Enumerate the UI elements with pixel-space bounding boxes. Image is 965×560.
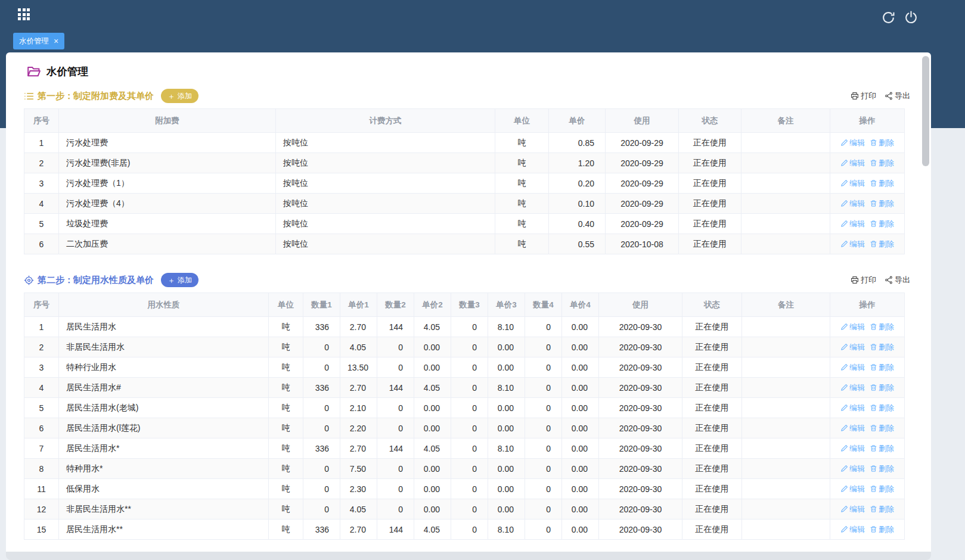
- cell: 正在使用: [682, 418, 742, 438]
- delete-link[interactable]: 删除: [870, 363, 894, 372]
- row-actions: 编辑删除: [830, 398, 905, 418]
- edit-link[interactable]: 编辑: [840, 383, 865, 392]
- apps-grid-icon[interactable]: [18, 8, 32, 22]
- cell: [742, 317, 830, 337]
- vertical-scrollbar-thumb[interactable]: [922, 56, 929, 166]
- table-row[interactable]: 2污水处理费(非居)按吨位吨1.202020-09-29正在使用编辑删除: [24, 153, 905, 173]
- print-button[interactable]: 打印: [851, 91, 876, 101]
- cell: 0: [525, 459, 562, 479]
- table-row[interactable]: 7居民生活用水*吨3362.701444.0508.1000.002020-09…: [24, 438, 905, 459]
- export-label: 导出: [895, 275, 910, 285]
- table-row[interactable]: 3特种行业用水吨013.5000.0000.0000.002020-09-30正…: [24, 357, 905, 378]
- edit-link[interactable]: 编辑: [840, 464, 865, 473]
- edit-link[interactable]: 编辑: [840, 505, 865, 514]
- table-row[interactable]: 5垃圾处理费按吨位吨0.402020-09-29正在使用编辑删除: [24, 214, 905, 234]
- table-row[interactable]: 1居民生活用水吨3362.701444.0508.1000.002020-09-…: [24, 317, 905, 337]
- cell: 0.00: [562, 357, 599, 378]
- table-row[interactable]: 11低保用水吨02.3000.0000.0000.002020-09-30正在使…: [24, 479, 905, 499]
- edit-link[interactable]: 编辑: [840, 363, 865, 372]
- cell: 4.05: [414, 378, 451, 398]
- edit-link[interactable]: 编辑: [840, 424, 865, 433]
- cell: 8.10: [488, 540, 525, 540]
- cell: 4.05: [340, 499, 377, 519]
- cell: 吨: [269, 479, 303, 499]
- cell: [741, 173, 830, 194]
- edit-link[interactable]: 编辑: [840, 484, 865, 493]
- delete-link[interactable]: 删除: [870, 525, 894, 534]
- add-surcharge-button[interactable]: ＋ 添加: [161, 89, 198, 103]
- edit-link[interactable]: 编辑: [840, 158, 865, 167]
- cell: 0: [525, 378, 562, 398]
- table-row[interactable]: 6二次加压费按吨位吨0.552020-10-08正在使用编辑删除: [24, 234, 905, 254]
- delete-link[interactable]: 删除: [870, 383, 894, 392]
- cell: 非居民生活用水**: [59, 499, 269, 519]
- delete-link[interactable]: 删除: [870, 179, 894, 188]
- section1-title: 制定附加费及其单价: [73, 91, 154, 102]
- power-icon[interactable]: [904, 10, 919, 25]
- export-label: 导出: [895, 91, 910, 101]
- table-row[interactable]: 8特种用水*吨07.5000.0000.0000.002020-09-30正在使…: [24, 459, 905, 479]
- close-icon[interactable]: ×: [54, 37, 58, 45]
- cell: 0: [377, 479, 414, 499]
- horizontal-scrollbar-track[interactable]: [6, 552, 931, 560]
- table-row[interactable]: 4居民生活用水#吨3362.701444.0508.1000.002020-09…: [24, 378, 905, 398]
- delete-link[interactable]: 删除: [870, 444, 894, 453]
- delete-link[interactable]: 删除: [870, 343, 894, 351]
- cell: 生活用水趸售用水: [59, 540, 269, 540]
- delete-link[interactable]: 删除: [870, 219, 894, 228]
- edit-link[interactable]: 编辑: [840, 239, 865, 248]
- delete-link[interactable]: 删除: [870, 505, 894, 514]
- delete-link[interactable]: 删除: [870, 138, 894, 147]
- edit-link[interactable]: 编辑: [840, 343, 865, 351]
- cell: 正在使用: [679, 214, 741, 234]
- cell: 5: [24, 398, 59, 418]
- cell: 正在使用: [682, 357, 742, 378]
- refresh-icon[interactable]: [881, 10, 896, 25]
- edit-link[interactable]: 编辑: [840, 322, 865, 331]
- delete-link[interactable]: 删除: [870, 158, 894, 167]
- export-button[interactable]: 导出: [885, 275, 910, 285]
- table-row[interactable]: 3污水处理费（1）按吨位吨0.202020-09-29正在使用编辑删除: [24, 173, 905, 194]
- edit-link[interactable]: 编辑: [840, 403, 865, 412]
- delete-link[interactable]: 删除: [870, 484, 894, 493]
- edit-link[interactable]: 编辑: [840, 138, 865, 147]
- edit-link[interactable]: 编辑: [840, 444, 865, 453]
- cell: 1.20: [549, 153, 606, 173]
- cell: 0.00: [414, 398, 451, 418]
- export-button[interactable]: 导出: [885, 91, 910, 101]
- table-row[interactable]: 5居民生活用水(老城)吨02.1000.0000.0000.002020-09-…: [24, 398, 905, 418]
- print-button[interactable]: 打印: [851, 275, 876, 285]
- cell: 0: [525, 540, 562, 540]
- cell: [742, 337, 830, 357]
- column-header: 使用: [606, 109, 679, 133]
- table-row[interactable]: 15居民生活用水**吨3362.701444.0508.1000.002020-…: [24, 519, 905, 540]
- delete-link[interactable]: 删除: [870, 403, 894, 412]
- delete-link[interactable]: 删除: [870, 322, 894, 331]
- delete-link[interactable]: 删除: [870, 424, 894, 433]
- table-row[interactable]: 6居民生活用水(l莲花)吨02.2000.0000.0000.002020-09…: [24, 418, 905, 438]
- cell: 0.00: [488, 479, 525, 499]
- cell: 正在使用: [682, 540, 742, 540]
- edit-icon: [840, 465, 848, 472]
- table-row[interactable]: 16生活用水趸售用水吨3362.701444.0508.1000.002020-…: [24, 540, 905, 540]
- edit-link[interactable]: 编辑: [840, 179, 865, 188]
- delete-link[interactable]: 删除: [870, 464, 894, 473]
- edit-link[interactable]: 编辑: [840, 199, 865, 208]
- cell: 吨: [269, 438, 303, 459]
- edit-icon: [840, 159, 848, 167]
- delete-link[interactable]: 删除: [870, 199, 894, 208]
- tab-water-price[interactable]: 水价管理 ×: [13, 33, 64, 49]
- column-header: 计费方式: [276, 109, 495, 133]
- table-row[interactable]: 12非居民生活用水**吨04.0500.0000.0000.002020-09-…: [24, 499, 905, 519]
- column-header: 单价4: [562, 293, 599, 317]
- cell: 0: [303, 337, 340, 357]
- cell: 2020-09-30: [599, 479, 682, 499]
- table-row[interactable]: 2非居民生活用水吨04.0500.0000.0000.002020-09-30正…: [24, 337, 905, 357]
- add-water-type-button[interactable]: ＋ 添加: [161, 273, 198, 287]
- table-row[interactable]: 1污水处理费按吨位吨0.852020-09-29正在使用编辑删除: [24, 133, 905, 153]
- edit-link[interactable]: 编辑: [840, 525, 865, 534]
- row-actions: 编辑删除: [830, 133, 905, 153]
- table-row[interactable]: 4污水处理费（4）按吨位吨0.102020-09-29正在使用编辑删除: [24, 194, 905, 214]
- edit-link[interactable]: 编辑: [840, 219, 865, 228]
- delete-link[interactable]: 删除: [870, 239, 894, 248]
